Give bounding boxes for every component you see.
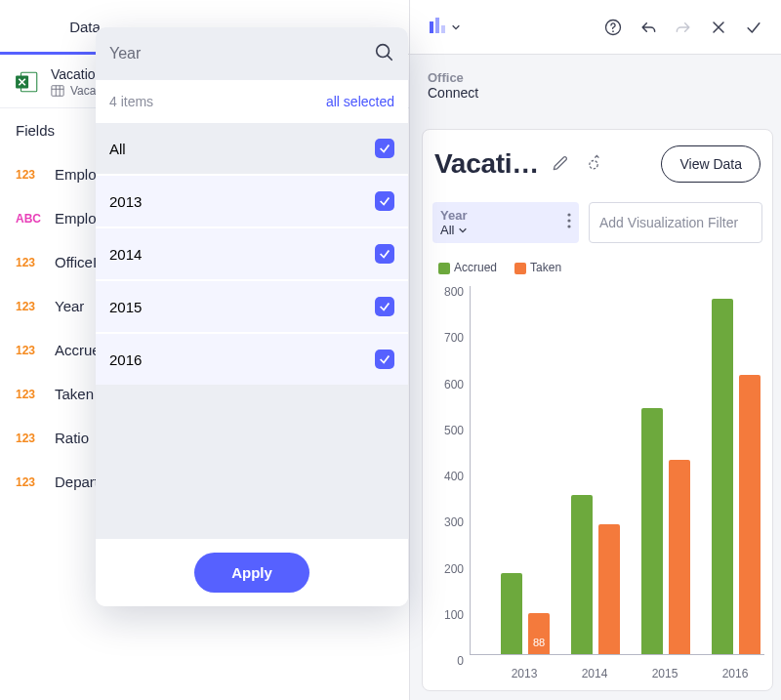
popup-all-selected[interactable]: all selected bbox=[326, 94, 394, 109]
checkbox-checked-icon[interactable] bbox=[375, 191, 394, 211]
svg-rect-8 bbox=[441, 25, 445, 33]
field-label: Taken bbox=[55, 386, 94, 402]
y-tick: 800 bbox=[444, 285, 464, 299]
field-type: 123 bbox=[16, 168, 45, 182]
svg-point-14 bbox=[567, 225, 570, 227]
popup-title: Year bbox=[109, 45, 141, 62]
popup-scroll-area bbox=[96, 385, 408, 539]
popup-item-label: 2015 bbox=[109, 299, 142, 315]
field-label: Year bbox=[55, 298, 84, 314]
x-tick: 2015 bbox=[652, 667, 678, 680]
year-filter-popup: Year 4 items all selected All 2013 2014 … bbox=[96, 27, 408, 606]
svg-point-12 bbox=[567, 213, 570, 216]
x-tick: 2014 bbox=[582, 667, 608, 680]
chart-type-dropdown[interactable] bbox=[422, 10, 467, 45]
popup-item[interactable]: 2016 bbox=[96, 332, 408, 385]
popup-header: Year bbox=[96, 27, 408, 80]
checkbox-checked-icon[interactable] bbox=[375, 350, 394, 369]
checkbox-checked-icon[interactable] bbox=[375, 297, 394, 316]
field-type: 123 bbox=[16, 388, 45, 401]
undo-button[interactable] bbox=[633, 12, 664, 43]
redo-button[interactable] bbox=[668, 12, 699, 43]
chart-legend: Accrued Taken bbox=[423, 251, 772, 280]
viz-settings-icon[interactable] bbox=[584, 153, 605, 175]
checkbox-checked-icon[interactable] bbox=[375, 139, 394, 158]
bar-taken bbox=[739, 375, 760, 654]
svg-point-10 bbox=[612, 30, 614, 32]
chart-plot: 88 bbox=[470, 286, 764, 655]
bar-group bbox=[566, 495, 625, 654]
field-type: ABC bbox=[16, 212, 45, 226]
y-tick: 500 bbox=[444, 424, 464, 437]
chevron-down-icon bbox=[451, 19, 461, 36]
chevron-down-icon bbox=[458, 226, 468, 235]
bar-accrued bbox=[571, 495, 593, 654]
popup-item-label: 2014 bbox=[109, 246, 142, 263]
y-axis: 0100200300400500600700800 bbox=[429, 286, 468, 655]
field-type: 123 bbox=[16, 256, 45, 269]
bar-group bbox=[707, 299, 765, 654]
edit-icon[interactable] bbox=[551, 153, 572, 175]
breadcrumb: Office Connect bbox=[410, 55, 781, 104]
breadcrumb-current: Connect bbox=[428, 85, 763, 101]
help-button[interactable] bbox=[597, 12, 629, 43]
y-tick: 600 bbox=[444, 378, 464, 391]
bar-value-label: 88 bbox=[533, 637, 545, 648]
popup-item[interactable]: 2014 bbox=[96, 226, 408, 279]
popup-items: All 2013 2014 2015 2016 bbox=[96, 123, 408, 385]
svg-point-13 bbox=[567, 219, 570, 222]
svg-rect-2 bbox=[52, 86, 63, 97]
svg-line-16 bbox=[388, 56, 391, 60]
legend-swatch-accrued bbox=[438, 263, 450, 274]
confirm-button[interactable] bbox=[738, 12, 769, 43]
add-viz-filter-label: Add Visualization Filter bbox=[599, 215, 738, 230]
field-type: 123 bbox=[16, 432, 45, 445]
y-tick: 200 bbox=[444, 562, 464, 576]
bar-taken bbox=[669, 460, 690, 654]
chart-area: 0100200300400500600700800 88 20132014201… bbox=[423, 280, 772, 690]
bar-group: 88 bbox=[496, 573, 555, 654]
popup-item-all[interactable]: All bbox=[96, 123, 408, 174]
year-filter-pill[interactable]: Year All bbox=[432, 202, 579, 243]
year-pill-value: All bbox=[440, 223, 454, 237]
legend-label-taken: Taken bbox=[530, 261, 561, 274]
checkbox-checked-icon[interactable] bbox=[375, 244, 394, 264]
search-icon[interactable] bbox=[373, 41, 394, 66]
legend-swatch-taken bbox=[514, 263, 526, 274]
svg-point-11 bbox=[590, 161, 597, 169]
popup-item-label: 2016 bbox=[109, 351, 142, 368]
bar-accrued bbox=[501, 573, 522, 654]
x-tick: 2016 bbox=[722, 667, 749, 680]
close-button[interactable] bbox=[703, 12, 734, 43]
field-type: 123 bbox=[16, 475, 45, 489]
view-data-button[interactable]: View Data bbox=[661, 145, 760, 183]
y-tick: 400 bbox=[444, 470, 464, 483]
popup-status: 4 items all selected bbox=[96, 80, 408, 123]
year-pill-label: Year bbox=[440, 208, 468, 223]
y-tick: 700 bbox=[444, 331, 464, 345]
bar-group bbox=[637, 408, 695, 654]
popup-item-label: All bbox=[109, 141, 126, 157]
y-tick: 100 bbox=[444, 608, 464, 622]
popup-item[interactable]: 2015 bbox=[96, 279, 408, 332]
x-tick: 2013 bbox=[512, 667, 538, 680]
bar-accrued bbox=[712, 299, 733, 654]
field-type: 123 bbox=[16, 300, 45, 313]
table-icon bbox=[51, 84, 64, 98]
visualization-card: Vacati… View Data Year All Add Visualiza… bbox=[422, 129, 773, 691]
popup-item[interactable]: 2013 bbox=[96, 174, 408, 226]
apply-button[interactable]: Apply bbox=[194, 553, 309, 593]
bar-chart-icon bbox=[428, 16, 447, 39]
popup-footer: Apply bbox=[96, 539, 408, 606]
add-viz-filter-button[interactable]: Add Visualization Filter bbox=[589, 202, 762, 243]
popup-item-label: 2013 bbox=[109, 193, 142, 210]
kebab-icon[interactable] bbox=[567, 213, 571, 232]
bar-taken: 88 bbox=[528, 613, 550, 654]
excel-icon bbox=[14, 68, 41, 96]
viz-filter-row: Year All Add Visualization Filter bbox=[423, 194, 772, 251]
viz-header: Vacati… View Data bbox=[423, 138, 772, 194]
bar-accrued bbox=[641, 408, 663, 654]
legend-label-accrued: Accrued bbox=[454, 261, 497, 274]
svg-rect-7 bbox=[435, 18, 439, 33]
svg-rect-6 bbox=[430, 21, 433, 33]
